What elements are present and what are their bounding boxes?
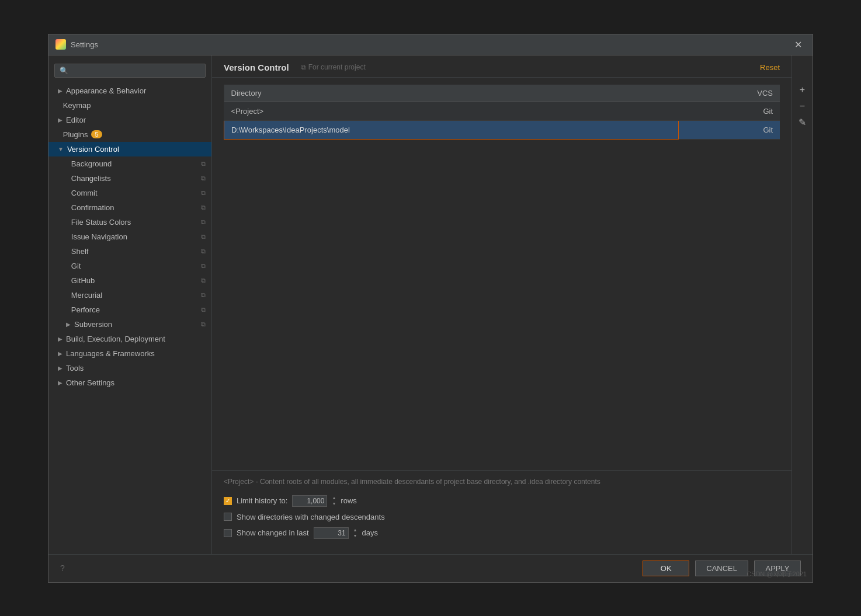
sidebar-item-commit[interactable]: Commit⧉ [48,186,211,200]
sidebar-item-issue-navigation[interactable]: Issue Navigation⧉ [48,229,211,244]
checkbox-show-directories[interactable] [224,513,232,521]
sidebar-item-changelists[interactable]: Changelists⧉ [48,171,211,186]
directory-cell: D:\Workspaces\IdeaProjects\model [224,120,679,139]
sidebar-item-label: Background [71,159,112,168]
sidebar-item-build-execution[interactable]: ▶Build, Execution, Deployment [48,332,211,346]
sidebar-item-appearance[interactable]: ▶Appearance & Behavior [48,83,211,98]
table-area: Directory VCS <Project>GitD:\Workspaces\… [212,78,791,470]
sidebar-item-label: Tools [66,364,84,373]
sidebar-item-tools[interactable]: ▶Tools [48,361,211,375]
spin-up[interactable]: ▲ [353,527,357,533]
spin-up[interactable]: ▲ [332,495,336,500]
arrow-icon: ▶ [58,350,63,357]
table-row[interactable]: D:\Workspaces\IdeaProjects\modelGit [224,120,780,139]
sidebar-item-languages[interactable]: ▶Languages & Frameworks [48,346,211,361]
arrow-icon [66,161,68,167]
spin-input-show-changed[interactable] [314,527,349,539]
toolbar-right: + − ✎ [791,55,813,554]
help-button[interactable]: ? [60,563,65,573]
sidebar-item-perforce[interactable]: Perforce⧉ [48,302,211,317]
main-content: Version Control ⧉ For current project Re… [212,55,791,554]
close-button[interactable]: ✕ [791,38,806,51]
sidebar-item-label: Issue Navigation [71,232,127,241]
sidebar-item-label: Plugins [63,130,88,139]
sidebar-item-plugins[interactable]: Plugins5 [48,127,211,142]
dialog-title: Settings [71,40,791,49]
arrow-icon [66,234,68,240]
copy-icon: ⧉ [201,189,206,197]
bottom-area: <Project> - Content roots of all modules… [212,470,791,554]
cancel-button[interactable]: CANCEL [695,561,748,576]
title-bar: Settings ✕ [48,34,813,55]
arrow-icon [66,204,68,211]
badge: 5 [91,130,102,138]
dialog-body: ▶Appearance & Behavior Keymap▶Editor Plu… [48,55,813,554]
copy-icon: ⧉ [201,277,206,284]
watermark: CSDN @邓邓子2021 [747,570,807,579]
sidebar-item-file-status-colors[interactable]: File Status Colors⧉ [48,215,211,229]
copy-icon: ⧉ [201,204,206,211]
col-vcs: VCS [679,85,780,102]
option-label-show-directories: Show directories with changed descendant… [237,513,385,521]
sidebar-item-subversion[interactable]: ▶Subversion⧉ [48,317,211,332]
spin-arrows-show-changed[interactable]: ▲▼ [353,527,357,538]
edit-button[interactable]: ✎ [795,114,810,131]
sidebar-item-label: Appearance & Behavior [66,86,146,95]
sidebar-item-label: Build, Execution, Deployment [66,335,165,343]
sidebar-item-other-settings[interactable]: ▶Other Settings [48,375,211,390]
ok-button[interactable]: OK [643,561,689,576]
sidebar-item-label: File Status Colors [71,218,131,227]
sidebar-item-label: Commit [71,189,98,197]
option-row-show-changed: Show changed in last▲▼days [224,527,780,539]
sidebar-item-keymap[interactable]: Keymap [48,98,211,113]
sidebar-item-version-control[interactable]: ▼Version Control [48,142,211,156]
search-input[interactable] [54,64,206,78]
sidebar-item-shelf[interactable]: Shelf⧉ [48,244,211,259]
arrow-icon: ▼ [58,146,64,152]
spin-down[interactable]: ▼ [332,501,336,506]
remove-button[interactable]: − [796,98,808,114]
sidebar-item-label: Mercurial [71,291,102,300]
add-button[interactable]: + [796,82,808,98]
section-title: Version Control [224,62,289,72]
sidebar-item-label: Git [71,262,81,270]
arrow-icon [66,307,68,313]
reset-button[interactable]: Reset [760,63,780,72]
sidebar-item-editor[interactable]: ▶Editor [48,113,211,127]
copy-icon: ⧉ [201,233,206,241]
main-header: Version Control ⧉ For current project Re… [212,55,791,78]
copy-icon: ⧉ [201,306,206,314]
table-row[interactable]: <Project>Git [224,102,780,120]
spin-down[interactable]: ▼ [353,533,357,538]
project-icon: ⧉ [301,63,306,71]
copy-icon: ⧉ [201,291,206,299]
vcs-cell: Git [679,102,780,120]
sidebar-item-mercurial[interactable]: Mercurial⧉ [48,288,211,302]
arrow-icon [66,263,68,269]
spin-input-limit-history[interactable] [292,495,327,507]
spin-arrows-limit-history[interactable]: ▲▼ [332,495,336,506]
project-subtitle: ⧉ For current project [301,63,366,71]
option-label-show-changed: Show changed in last [237,528,309,537]
sidebar-item-background[interactable]: Background⧉ [48,156,211,171]
checkbox-limit-history[interactable] [224,497,232,505]
sidebar-item-label: Version Control [67,145,119,154]
sidebar-item-label: Subversion [74,320,112,329]
sidebar-item-label: Perforce [71,305,100,314]
dialog-footer: ? OK CANCEL APPLY [48,554,813,582]
arrow-icon [66,219,68,225]
vcs-table: Directory VCS <Project>GitD:\Workspaces\… [224,85,780,140]
sidebar-item-github[interactable]: GitHub⧉ [48,273,211,288]
option-row-show-directories: Show directories with changed descendant… [224,513,780,521]
checkbox-show-changed[interactable] [224,529,232,537]
sidebar-item-label: Shelf [71,247,89,256]
sidebar-item-confirmation[interactable]: Confirmation⧉ [48,200,211,215]
arrow-icon: ▶ [58,88,63,94]
copy-icon: ⧉ [201,262,206,270]
sidebar-item-git[interactable]: Git⧉ [48,259,211,273]
option-label-after-show-changed: days [362,528,378,537]
sidebar-item-label: Keymap [63,101,91,110]
vcs-cell: Git [679,120,780,139]
arrow-icon [66,248,68,255]
app-logo [55,39,66,50]
